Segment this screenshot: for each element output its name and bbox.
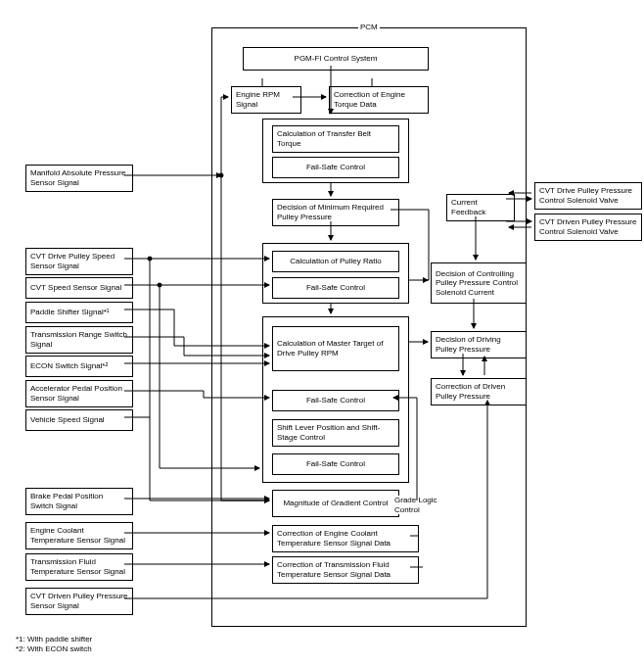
input-vehicle-speed: Vehicle Speed Signal: [25, 409, 133, 431]
svg-point-1: [148, 257, 152, 261]
current-feedback: Current Feedback: [446, 194, 515, 221]
gradient: Magnitude of Gradient Control: [272, 490, 399, 517]
solenoid-current: Decision of Controlling Pulley Pressure …: [431, 262, 527, 304]
torque-correction: Correction of Engine Torque Data: [329, 86, 429, 114]
driving-pulley: Decision of Driving Pulley Pressure: [431, 331, 527, 358]
shift-lever: Shift Lever Position and Shift-Stage Con…: [272, 419, 399, 447]
grade-logic-label: Grade Logic Control: [394, 496, 441, 514]
footnote1: *1: With paddle shifter: [16, 635, 92, 644]
input-driven-pulley-press: CVT Driven Pulley Pressure Sensor Signal: [25, 588, 133, 615]
input-coolant-temp: Engine Coolant Temperature Sensor Signal: [25, 522, 133, 549]
failsafe2: Fail-Safe Control: [272, 277, 399, 299]
footnote2: *2: With ECON switch: [16, 644, 92, 654]
input-trans-range: Transmission Range Switch Signal: [25, 326, 133, 354]
calc-master-target: Calculation of Master Target of Drive Pu…: [272, 326, 399, 371]
coolant-correction: Correction of Engine Coolant Temperature…: [272, 525, 419, 552]
failsafe1: Fail-Safe Control: [272, 157, 399, 178]
output-drive-solenoid: CVT Drive Pulley Pressure Control Soleno…: [534, 182, 642, 210]
failsafe4: Fail-Safe Control: [272, 453, 399, 475]
input-cvt-speed: CVT Speed Sensor Signal: [25, 277, 133, 299]
input-drive-pulley-speed: CVT Drive Pulley Speed Sensor Signal: [25, 248, 133, 275]
failsafe3: Fail-Safe Control: [272, 390, 399, 411]
input-econ: ECON Switch Signal*²: [25, 356, 133, 377]
min-pulley-press: Decision of Minimum Required Pulley Pres…: [272, 199, 399, 226]
engine-rpm: Engine RPM Signal: [231, 86, 301, 114]
output-driven-solenoid: CVT Driven Pulley Pressure Control Solen…: [534, 214, 642, 241]
pcm-label: PCM: [358, 23, 380, 32]
driven-correction: Correction of Driven Pulley Pressure: [431, 378, 527, 405]
fluid-correction: Correction of Transmission Fluid Tempera…: [272, 556, 419, 584]
input-accel-pedal: Accelerator Pedal Position Sensor Signal: [25, 380, 133, 407]
svg-point-2: [158, 283, 161, 287]
input-manifold: Manifold Absolute Pressure Sensor Signal: [25, 165, 133, 192]
input-trans-fluid-temp: Transmission Fluid Temperature Sensor Si…: [25, 553, 133, 581]
calc-pulley-ratio: Calculation of Pulley Ratio: [272, 251, 399, 272]
pgm-fi: PGM-FI Control System: [243, 47, 429, 71]
input-paddle-shifter: Paddle Shifter Signal*¹: [25, 302, 133, 323]
calc-belt-torque: Calculation of Transfer Belt Torque: [272, 125, 399, 153]
input-brake-pedal: Brake Pedal Position Switch Signal: [25, 488, 133, 515]
